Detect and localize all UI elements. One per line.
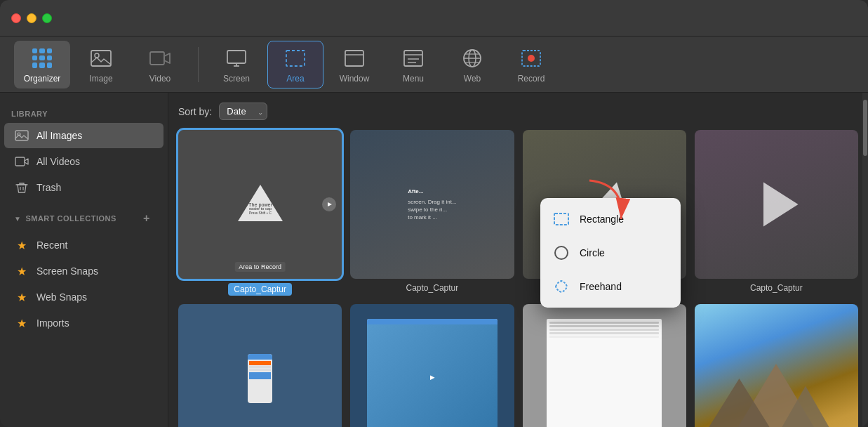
chevron-down-icon: ▼	[14, 215, 21, 223]
svg-rect-7	[345, 51, 363, 66]
web-label: Web	[464, 74, 481, 84]
sidebar-item-screen-snaps[interactable]: ★ Screen Snaps	[4, 258, 163, 284]
sort-label: Sort by:	[178, 106, 212, 117]
image-icon	[88, 46, 114, 71]
library-section-label: LIBRARY	[0, 104, 168, 122]
thumbnail-item[interactable]: Capto_Captur	[523, 304, 686, 427]
thumbnail-image	[695, 304, 858, 427]
minimize-button[interactable]	[27, 13, 36, 23]
area-dropdown-menu: Rectangle Circle Freehand	[540, 198, 681, 308]
video-button[interactable]: Video	[132, 41, 188, 88]
menu-icon	[401, 46, 426, 71]
thumbnail-item[interactable]: The power easier to cap Press Shift + C …	[178, 130, 342, 296]
thumbnail-grid: The power easier to cap Press Shift + C …	[178, 130, 858, 296]
record-icon	[519, 46, 544, 71]
menu-label: Menu	[403, 74, 424, 84]
sidebar-item-trash[interactable]: Trash	[4, 175, 163, 200]
recent-label: Recent	[36, 239, 67, 251]
sidebar: LIBRARY All Images All Videos	[0, 93, 168, 427]
circle-option[interactable]: Circle	[540, 236, 681, 270]
window-button[interactable]: Window	[326, 41, 382, 88]
add-collection-button[interactable]: +	[140, 211, 154, 225]
screen-label: Screen	[223, 74, 250, 84]
area-icon	[283, 46, 308, 71]
organizer-label: Organizer	[24, 74, 61, 84]
all-images-label: All Images	[36, 130, 82, 141]
thumbnail-item[interactable]: Afte... screen. Drag it int... swipe to …	[350, 130, 514, 296]
thumbnail-item[interactable]: Capto_Captur	[178, 304, 342, 427]
smart-collections-label: SMART COLLECTIONS	[25, 214, 116, 223]
svg-marker-31	[763, 183, 799, 227]
scrollbar[interactable]	[862, 93, 868, 427]
web-snaps-icon: ★	[14, 289, 29, 305]
organizer-button[interactable]: Organizer	[14, 41, 70, 88]
trash-icon	[14, 180, 29, 195]
close-button[interactable]	[11, 13, 21, 23]
web-icon	[460, 46, 485, 71]
thumbnail-grid-row2: Capto_Captur ▶ Capto_Captur	[178, 304, 858, 427]
svg-text:Press Shift + C: Press Shift + C	[249, 211, 272, 215]
sidebar-item-web-snaps[interactable]: ★ Web Snaps	[4, 284, 163, 310]
scroll-thumb[interactable]	[863, 100, 867, 156]
sidebar-item-all-videos[interactable]: All Videos	[4, 149, 163, 174]
rectangle-label: Rectangle	[580, 214, 624, 225]
web-button[interactable]: Web	[444, 41, 500, 88]
titlebar	[0, 0, 868, 37]
screen-button[interactable]: Screen	[208, 41, 265, 88]
main-area: LIBRARY All Images All Videos	[0, 93, 868, 427]
freehand-icon	[552, 277, 571, 296]
thumbnail-label: Capto_Captur	[406, 283, 459, 293]
screen-snaps-label: Screen Snaps	[36, 265, 98, 277]
svg-rect-20	[15, 131, 28, 140]
svg-rect-0	[91, 51, 111, 66]
sidebar-item-all-images[interactable]: All Images	[4, 123, 163, 148]
image-button[interactable]: Image	[73, 41, 129, 88]
thumbnail-item[interactable]: ▶ Capto_Captur	[350, 304, 514, 427]
svg-point-19	[528, 55, 535, 62]
smart-collections-header[interactable]: ▼ SMART COLLECTIONS +	[4, 206, 163, 231]
sidebar-item-recent[interactable]: ★ Recent	[4, 232, 163, 258]
rectangle-icon	[552, 209, 571, 229]
thumbnail-image: Afte... screen. Drag it int... swipe to …	[350, 130, 514, 279]
record-label: Record	[518, 74, 545, 84]
web-snaps-label: Web Snaps	[36, 291, 87, 303]
area-label: Area	[286, 74, 304, 84]
content-toolbar: Sort by: Date Name Size Type	[178, 103, 858, 120]
video-label: Video	[149, 74, 171, 84]
rectangle-option[interactable]: Rectangle	[540, 202, 681, 236]
sort-select-wrapper: Date Name Size Type	[219, 103, 267, 120]
recent-icon: ★	[14, 237, 29, 253]
toolbar: Organizer Image Video	[0, 37, 868, 93]
all-videos-label: All Videos	[36, 156, 80, 167]
sidebar-item-imports[interactable]: ★ Imports	[4, 310, 163, 336]
thumbnail-label: Capto_Captur	[228, 283, 292, 296]
traffic-lights	[11, 13, 52, 23]
svg-point-36	[555, 247, 568, 259]
all-images-icon	[14, 128, 29, 143]
content-area: Sort by: Date Name Size Type The power	[168, 93, 868, 427]
imports-icon: ★	[14, 315, 29, 331]
menu-button[interactable]: Menu	[385, 41, 441, 88]
svg-text:easier to cap: easier to cap	[249, 206, 272, 211]
screen-snaps-icon: ★	[14, 263, 29, 279]
window-icon	[342, 46, 367, 71]
organizer-icon	[29, 46, 55, 71]
maximize-button[interactable]	[42, 13, 52, 23]
svg-rect-2	[150, 52, 164, 65]
thumbnail-image: ▶	[350, 304, 514, 427]
thumbnail-image	[178, 304, 342, 427]
freehand-option[interactable]: Freehand	[540, 270, 681, 303]
svg-rect-6	[286, 51, 305, 66]
record-button[interactable]: Record	[503, 41, 559, 88]
sort-select[interactable]: Date Name Size Type	[219, 103, 267, 120]
circle-label: Circle	[580, 247, 605, 258]
thumbnail-image	[523, 304, 686, 427]
thumbnail-image	[695, 130, 858, 279]
area-button[interactable]: Area	[267, 41, 323, 88]
thumbnail-label: Capto_Captur	[750, 283, 803, 293]
screen-icon	[224, 46, 249, 71]
svg-rect-35	[554, 214, 568, 225]
video-icon	[147, 46, 173, 71]
thumbnail-item[interactable]: Capto_Captur	[695, 304, 858, 427]
thumbnail-item[interactable]: Capto_Captur	[695, 130, 858, 296]
